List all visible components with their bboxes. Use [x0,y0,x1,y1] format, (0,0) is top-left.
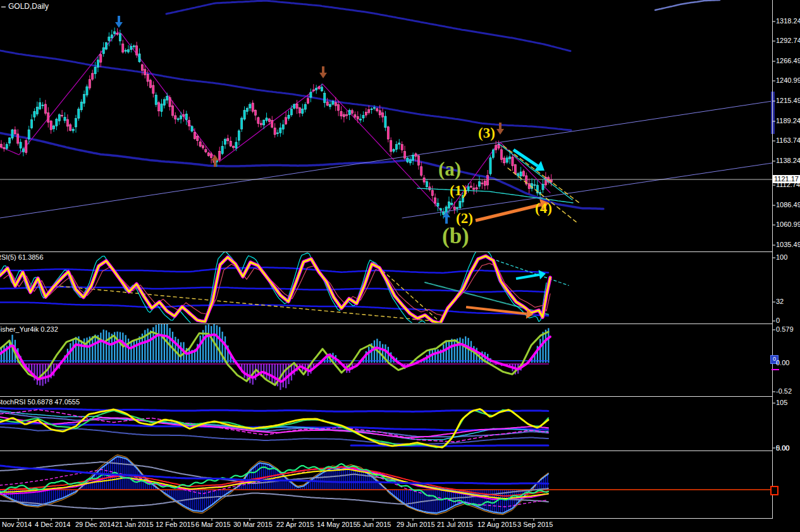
candle-body [70,124,71,130]
candle-body [451,203,453,205]
fisher-bar-positive [205,325,206,363]
time-axis-label: 12 Feb 2015 [156,521,195,528]
candle-body [66,119,68,126]
candle-body [473,188,475,190]
wave-label-b[interactable]: (b) [442,225,469,247]
candle-body [340,111,342,116]
candle-body [266,118,268,121]
price-axis-label: 0 [776,317,780,324]
candle-body [42,105,44,106]
candle-body [426,181,428,187]
candle-body [348,111,350,115]
stochrsi-pane[interactable] [0,408,548,447]
wave-label-2[interactable]: (2) [456,211,473,226]
candle-body [371,109,372,110]
candle-body [149,80,151,88]
candle-body [312,90,314,91]
wave-label-4[interactable]: (4) [535,201,552,215]
candle-body [9,138,11,143]
candle-body [453,207,455,210]
candle-body [431,190,433,195]
candle-body [456,207,458,209]
candle-body [0,144,2,147]
candle-body [545,177,546,185]
candle-body [17,134,19,143]
candle-body [249,104,251,108]
candle-body [443,212,445,214]
stochrsi-indicator-label: StochRSI 50.6878 47.0555 [0,398,80,406]
symbol-timeframe-label: GOLD,Daily [1,2,49,11]
chart-canvas[interactable] [0,0,800,532]
fisher-bar-negative [266,364,267,380]
candle-body [155,95,157,104]
candle-body [434,198,436,203]
price-axis-label: 0.579 [776,325,794,333]
wave-label-3[interactable]: (3) [478,126,495,140]
fisher-bar-positive [103,330,104,363]
candle-body [39,102,41,109]
fisher-bar-positive [136,340,137,363]
fisher-bar-positive [150,330,151,363]
fisher-bar-positive [459,337,460,363]
candle-body [542,184,544,190]
candle-body [116,33,118,34]
candle-body [205,150,207,152]
candle-body [381,112,383,117]
candle-body [127,50,129,52]
fisher-bar-positive [161,322,162,363]
candle-body [14,130,16,134]
candle-body [78,109,80,119]
candle-body [506,158,508,162]
fisher-bar-positive [542,332,543,363]
annotation-arrow[interactable] [476,205,541,221]
time-axis-label: 6 Mar 2015 [195,521,231,528]
candle-body [243,111,245,119]
candle-body [211,154,212,158]
candle-body [58,115,60,121]
candle-body [102,48,104,54]
price-axis-label: 1318.24 [776,17,800,25]
wave-label-a[interactable]: (a) [438,159,461,179]
candle-body [459,202,461,209]
candle-body [235,142,237,148]
oscillator-pane[interactable] [0,455,772,515]
time-axis-label: 4 Dec 2014 [35,521,70,528]
price-axis-label: 1138.24 [776,157,800,164]
candle-body [476,188,477,189]
candle-body [64,118,66,121]
candle-body [22,149,24,152]
main-price-pane[interactable] [0,0,772,224]
price-axis-label: 1112.74 [776,181,800,188]
fisher-bar-positive [73,339,74,363]
scale-label-five: 5.00 [776,444,789,452]
ma-band-outer [166,1,570,51]
candle-body [534,184,536,186]
fisher-bar-positive [462,339,464,363]
rsi-level-line [0,302,548,315]
wedge-line-top [498,143,572,200]
time-axis-label: 30 Mar 2015 [233,521,273,528]
candle-body [80,102,82,110]
candle-body [393,149,395,151]
candle-body [351,111,353,113]
candle-body [72,129,74,131]
fisher-bar-positive [454,339,455,363]
annotation-arrow[interactable] [516,275,539,279]
fisher-bar-positive [3,346,4,363]
time-axis-label: 29 Jun 2015 [397,521,435,528]
candle-body [316,88,317,90]
time-axis-label: 22 Apr 2015 [276,521,314,528]
candle-body [354,114,356,117]
candle-body [194,132,195,138]
fisher-pane[interactable] [0,320,550,390]
price-axis-label: 1292.74 [776,37,800,44]
candle-body [357,116,359,119]
fisher-bar-positive [180,342,182,363]
wave-label-1[interactable]: (1) [450,183,467,198]
candle-body [207,153,209,156]
candle-body [274,128,276,135]
fisher-bar-positive [122,332,123,363]
fisher-bar-positive [211,326,212,363]
rsi-pane[interactable] [0,249,569,330]
time-axis-label: Nov 2014 [2,521,32,528]
